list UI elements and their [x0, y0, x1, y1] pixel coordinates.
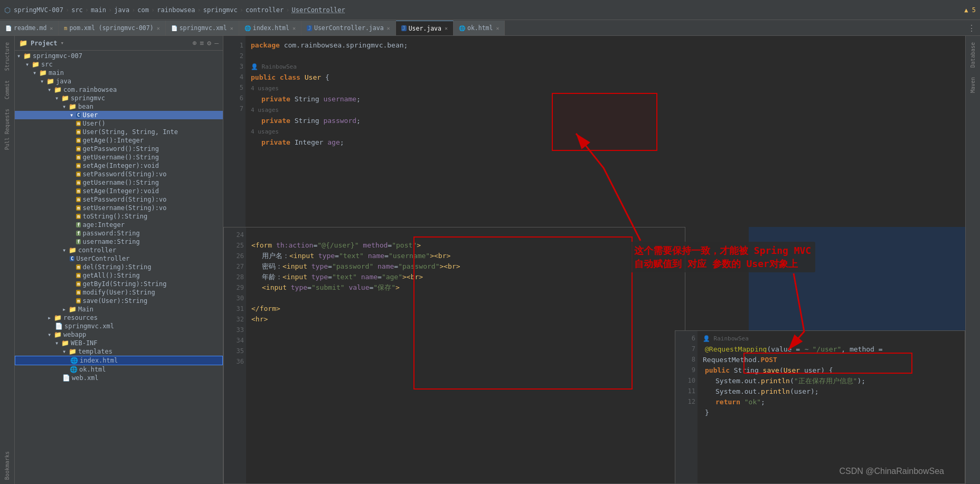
tree-item-setage[interactable]: m setAge(Integer):void [15, 162, 223, 170]
tree-item-user-constructor2[interactable]: m User(String, String, Inte [15, 128, 223, 136]
tree-item-setpassword2[interactable]: m setPassword(String):vo [15, 195, 223, 204]
tree-item-ok-html[interactable]: 🌐 ok.html [15, 365, 223, 374]
br-code-content: 👤 RainbowSea @RequestMapping(value = ~ "… [698, 331, 965, 483]
tabs-bar: 📄 readme.md ✕ m pom.xml (springmvc-007) … [0, 20, 980, 36]
tree-item-user-class[interactable]: ▾ C User [15, 111, 223, 119]
tab-close[interactable]: ✕ [157, 25, 160, 31]
tree-item-webapp[interactable]: ▾ 📁 webapp [15, 330, 223, 339]
tree-item-controller[interactable]: ▾ 📁 controller [15, 246, 223, 254]
sidebar-icon-bookmarks[interactable]: Bookmarks [2, 447, 12, 484]
project-header: 📁 Project ▾ ⊕ ≡ ⚙ – [15, 36, 223, 51]
bottom-left-panel: 24252627282930313233343536 <form th:acti… [223, 227, 685, 484]
tree-item-getusername2[interactable]: m getUsername():String [15, 178, 223, 187]
sidebar-icon-structure[interactable]: Structure [2, 38, 12, 75]
tree-item-src[interactable]: ▾ 📁 src [15, 60, 223, 69]
tree-item-getusername[interactable]: m getUsername():String [15, 153, 223, 162]
tree-item-getage[interactable]: m getAge():Integer [15, 136, 223, 145]
warning-badge: ▲ 5 [964, 6, 976, 14]
top-line-numbers: 1234567 [227, 36, 246, 231]
tab-close[interactable]: ✕ [496, 25, 499, 31]
br-line-numbers: 6789101112 [679, 331, 698, 483]
tree-item-getpassword[interactable]: m getPassword():String [15, 145, 223, 153]
tree-item-del[interactable]: m del(String):String [15, 263, 223, 271]
sidebar-icon-commit[interactable]: Commit [2, 76, 12, 103]
tab-ok[interactable]: 🌐 ok.html ✕ [454, 21, 505, 35]
project-tree: ▾ 📁 springmvc-007 ▾ 📁 src ▾ 📁 main ▾ 📁 [15, 51, 223, 484]
tree-item-com-rainbowsea[interactable]: ▾ 📁 com.rainbowsea [15, 86, 223, 94]
app-container: ⬡ springMVC-007 › src › main › java › co… [0, 0, 980, 484]
tree-item-setage2[interactable]: m setAge(Integer):void [15, 187, 223, 195]
tree-item-password-field[interactable]: f password:String [15, 229, 223, 238]
tree-item-templates[interactable]: ▾ 📁 templates [15, 347, 223, 356]
tree-item-setpassword[interactable]: m setPassword(String):vo [15, 170, 223, 178]
project-title: Project [31, 40, 58, 47]
project-header-settings-icon[interactable]: ⚙ [207, 39, 211, 47]
project-panel: 📁 Project ▾ ⊕ ≡ ⚙ – ▾ 📁 springmvc-007 [15, 36, 223, 484]
tree-item-user-constructor[interactable]: m User() [15, 119, 223, 128]
bl-line-numbers: 24252627282930313233343536 [227, 227, 246, 483]
tree-item-main[interactable]: ▾ 📁 main [15, 69, 223, 77]
tree-item-age-field[interactable]: f age:Integer [15, 221, 223, 229]
tree-item-usercontroller[interactable]: C UserController [15, 254, 223, 263]
tree-item-main[interactable]: ▸ 📁 Main [15, 305, 223, 314]
breadcrumb: springMVC-007 › src › main › java › com … [14, 6, 345, 14]
left-sidebar-icons: Structure Commit Pull Requests Bookmarks [0, 36, 15, 484]
project-header-close-icon[interactable]: – [214, 39, 219, 47]
project-header-collapse-icon[interactable]: ≡ [200, 39, 204, 47]
sidebar-icon-pull-requests[interactable]: Pull Requests [2, 105, 12, 154]
blue-overlay [749, 227, 965, 333]
bottom-right-panel: 6789101112 👤 RainbowSea @RequestMapping(… [675, 330, 965, 484]
tab-close[interactable]: ✕ [230, 25, 233, 31]
tree-item-save[interactable]: m save(User):String [15, 297, 223, 305]
tree-item-setusername[interactable]: m setUsername(String):vo [15, 204, 223, 212]
tree-item-username-field[interactable]: f username:String [15, 238, 223, 246]
tab-index[interactable]: 🌐 index.html ✕ [239, 21, 301, 35]
tree-item-bean[interactable]: ▾ 📁 bean [15, 102, 223, 111]
breadcrumb-current: UserController [292, 6, 345, 14]
top-code-panel: 1234567 package com.rainbowsea.springmvc… [223, 36, 965, 231]
tree-item-java[interactable]: ▾ 📁 java [15, 77, 223, 86]
tree-item-webinf[interactable]: ▾ 📁 WEB-INF [15, 339, 223, 347]
tree-item-springmvc[interactable]: ▾ 📁 springmvc [15, 94, 223, 102]
app-icon: ⬡ [4, 6, 11, 14]
right-sidebar: Database Maven [965, 36, 980, 484]
tree-item-tostring[interactable]: m toString():String [15, 212, 223, 221]
tree-item-resources[interactable]: ▸ 📁 resources [15, 314, 223, 322]
tree-item-getall[interactable]: m getAll():String [15, 271, 223, 280]
tree-item-modify[interactable]: m modify(User):String [15, 288, 223, 297]
tab-close[interactable]: ✕ [387, 25, 390, 31]
top-bar: ⬡ springMVC-007 › src › main › java › co… [0, 0, 980, 20]
tab-more[interactable]: ⋮ [963, 21, 980, 35]
tab-readme[interactable]: 📄 readme.md ✕ [0, 21, 59, 35]
project-header-locate-icon[interactable]: ⊕ [193, 39, 197, 47]
tab-close[interactable]: ✕ [445, 25, 448, 31]
tab-pom[interactable]: m pom.xml (springmvc-007) ✕ [59, 21, 165, 35]
tab-close[interactable]: ✕ [293, 25, 296, 31]
tree-item-index-html[interactable]: 🌐 index.html [15, 356, 223, 365]
tree-item-web-xml[interactable]: 📄 web.xml [15, 374, 223, 382]
tab-close[interactable]: ✕ [50, 25, 53, 31]
tree-item-springmvc-xml[interactable]: 📄 springmvc.xml [15, 322, 223, 330]
editor-container: 1234567 package com.rainbowsea.springmvc… [223, 36, 965, 484]
tab-user-java[interactable]: J User.java ✕ [396, 21, 454, 35]
tree-item-root[interactable]: ▾ 📁 springmvc-007 [15, 52, 223, 60]
top-code-content: package com.rainbowsea.springmvc.bean; 👤… [246, 36, 965, 231]
bl-code-content: <form th:action="@{/user}" method="post"… [246, 227, 685, 483]
project-icon: 📁 [19, 39, 27, 47]
tab-usercontroller[interactable]: J UserController.java ✕ [301, 21, 396, 35]
sidebar-icon-database[interactable]: Database [968, 38, 978, 72]
tab-springmvc-xml[interactable]: 📄 springmvc.xml ✕ [166, 21, 239, 35]
sidebar-icon-maven[interactable]: Maven [968, 73, 978, 97]
tree-item-getbyid[interactable]: m getById(String):String [15, 280, 223, 288]
